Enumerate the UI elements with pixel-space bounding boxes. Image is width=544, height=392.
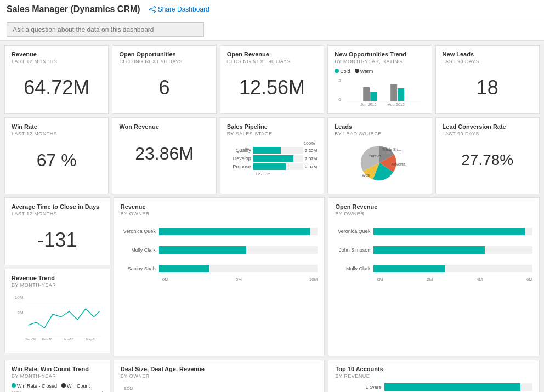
avg-time-close-title: Average Time to Close in Days [12, 203, 103, 210]
cold-legend: Cold [335, 69, 350, 74]
pipeline-val-qualify: 2.25M [305, 148, 317, 153]
top-10-accounts-title: Top 10 Accounts [335, 366, 532, 372]
hbar-track-veronica [159, 228, 318, 235]
new-leads-subtitle: LAST 90 DAYS [443, 59, 532, 64]
win-rate-trend-title: Win Rate, Win Count Trend [12, 366, 103, 372]
svg-point-0 [154, 7, 155, 8]
share-dashboard-button[interactable]: Share Dashboard [149, 5, 209, 13]
open-revenue-by-owner-chart: Veronica Quek John Simpson Molly Clark [335, 228, 532, 282]
top-10-accounts-chart: Litware Tailspin Toys The Phone Company [335, 383, 532, 392]
pipeline-bar-develop [253, 155, 293, 162]
svg-rect-7 [363, 87, 370, 101]
win-rate-value: 67 % [12, 141, 101, 179]
top-10-accounts-subtitle: BY REVENUE [335, 373, 532, 379]
open-revenue-card: Open Revenue CLOSING NEXT 90 DAYS 12.56M [220, 45, 324, 114]
hbar-label-molly: Molly Clark [121, 247, 159, 253]
revenue-by-owner-chart: Veronica Quek Molly Clark Sanjay Shah [121, 228, 318, 282]
new-opportunities-trend-card: New Opportunities Trend BY MONTH-YEAR, R… [327, 45, 432, 114]
svg-text:Advertis...: Advertis... [392, 162, 407, 166]
avg-time-close-subtitle: LAST 12 MONTHS [12, 211, 103, 217]
revenue-value: 64.72M [12, 69, 101, 107]
avg-time-close-card: Average Time to Close in Days LAST 12 MO… [4, 197, 110, 265]
hbar-row-molly-open: Molly Clark [335, 265, 532, 272]
revenue-trend-chart-container: 10M 5M Sep-20 Feb-20 Apr-20 May-2 [12, 292, 103, 347]
won-revenue-title: Won Revenue [119, 123, 209, 130]
svg-point-2 [154, 11, 155, 13]
pipeline-track-propose [253, 163, 303, 170]
won-revenue-card: Won Revenue 23.86M [112, 117, 216, 194]
pipeline-top-label: 100% [227, 141, 315, 146]
pipeline-label-propose: Propose [227, 164, 253, 169]
hbar-label-molly-open: Molly Clark [335, 266, 373, 271]
hbar-fill-john-open [373, 246, 485, 254]
left-column: Average Time to Close in Days LAST 12 MO… [4, 197, 110, 356]
hbar-track-molly [159, 246, 318, 254]
leads-subtitle: BY LEAD SOURCE [335, 131, 424, 137]
pipeline-bar-qualify [253, 147, 281, 154]
page-title: Sales Manager (Dynamics CRM) [7, 4, 140, 14]
second-row: Win Rate LAST 12 MONTHS 67 % Won Revenue… [4, 117, 540, 194]
new-opportunities-legend: Cold Warm [335, 69, 424, 74]
hbar-label-veronica: Veronica Quek [121, 229, 159, 234]
new-leads-title: New Leads [443, 51, 532, 58]
avg-time-close-value: -131 [12, 221, 103, 259]
leads-pie-svg: Trade Sh... Partner Advertis... Web [352, 141, 407, 185]
win-rate-closed-legend: Win Rate - Closed [12, 383, 57, 389]
open-revenue-value: 12.56M [227, 69, 317, 107]
hbar-row-sanjay: Sanjay Shah [121, 265, 318, 272]
open-opportunities-value: 6 [119, 69, 209, 107]
sales-pipeline-card: Sales Pipeline BY SALES STAGE 100% Quali… [220, 117, 324, 194]
revenue-by-owner-card: Revenue BY OWNER Veronica Quek Molly Cla… [114, 197, 325, 356]
svg-text:Feb-20: Feb-20 [42, 338, 53, 341]
pipeline-row-develop: Develop 7.57M [227, 155, 317, 162]
open-revenue-by-owner-x-labels: 0M 2M 4M 6M [335, 277, 532, 282]
bottom-row: Win Rate, Win Count Trend BY MONTH-YEAR … [4, 360, 540, 392]
open-revenue-by-owner-title: Open Revenue [335, 203, 532, 210]
sales-pipeline-title: Sales Pipeline [227, 123, 317, 130]
revenue-title: Revenue [12, 51, 101, 58]
hbar-fill-veronica-open [373, 228, 524, 235]
hbar-track-veronica-open [373, 228, 532, 235]
pipeline-track-qualify [253, 147, 303, 154]
share-icon [149, 6, 156, 13]
revenue-trend-card: Revenue Trend BY MONTH-YEAR 10M 5M S [4, 269, 110, 353]
hbar-fill-veronica [159, 228, 310, 235]
revenue-trend-subtitle: BY MONTH-YEAR [12, 282, 103, 288]
sales-pipeline-subtitle: BY SALES STAGE [227, 131, 317, 137]
pipeline-row-qualify: Qualify 2.25M [227, 147, 317, 154]
open-revenue-subtitle: CLOSING NEXT 90 DAYS [227, 59, 317, 64]
x-label-5m: 5M [236, 277, 242, 282]
deal-size-subtitle: BY OWNER [121, 373, 318, 379]
dashboard: Revenue LAST 12 MONTHS 64.72M Open Oppor… [0, 41, 544, 392]
open-revenue-by-owner-subtitle: BY OWNER [335, 211, 532, 217]
hbar-row-veronica: Veronica Quek [121, 228, 318, 235]
open-opportunities-subtitle: CLOSING NEXT 90 DAYS [119, 59, 209, 64]
new-leads-card: New Leads LAST 90 DAYS 18 [435, 45, 540, 114]
search-input[interactable] [7, 22, 204, 37]
svg-line-3 [151, 8, 154, 9]
revenue-by-owner-x-labels: 0M 5M 10M [121, 277, 318, 282]
leads-card: Leads BY LEAD SOURCE Trade Sh... [327, 117, 432, 194]
win-rate-trend-subtitle: BY MONTH-YEAR [12, 373, 103, 379]
svg-rect-9 [390, 84, 397, 101]
pipeline-val-propose: 2.97M [305, 164, 317, 169]
third-row: Average Time to Close in Days LAST 12 MO… [4, 197, 540, 356]
hbar-fill-litware [384, 383, 520, 391]
hbar-track-litware [384, 383, 532, 391]
revenue-trend-title: Revenue Trend [12, 275, 103, 281]
hbar-track-sanjay [159, 265, 318, 272]
pipeline-bar-propose [253, 163, 286, 170]
open-x-label-4m: 4M [477, 277, 483, 282]
hbar-label-litware: Litware [335, 384, 384, 390]
hbar-track-john-open [373, 246, 532, 254]
win-rate-title: Win Rate [12, 123, 101, 130]
open-opportunities-card: Open Opportunities CLOSING NEXT 90 DAYS … [112, 45, 216, 114]
svg-point-1 [149, 9, 151, 10]
open-x-label-0m: 0M [377, 277, 383, 282]
svg-rect-10 [398, 88, 404, 101]
hbar-row-veronica-open: Veronica Quek [335, 228, 532, 235]
won-revenue-value: 23.86M [119, 134, 209, 173]
win-count-legend: Win Count [61, 383, 90, 389]
revenue-trend-y-labels: 10M 5M [12, 292, 25, 315]
new-leads-value: 18 [443, 69, 532, 107]
